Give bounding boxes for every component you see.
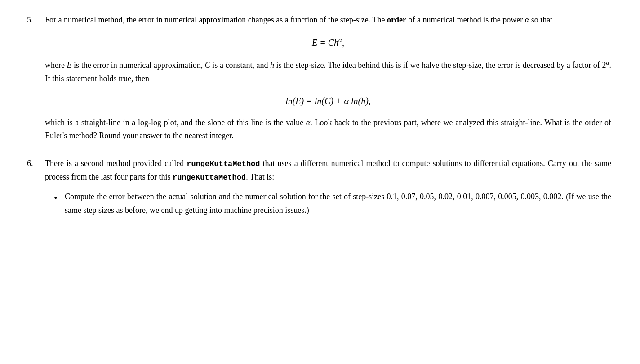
problem-5-number: 5. bbox=[27, 13, 45, 26]
eq1-text: E = Chα, bbox=[312, 38, 344, 48]
problem-5-para1: where E is the error in numerical approx… bbox=[45, 58, 611, 85]
p6-intro-3: . That is: bbox=[246, 172, 274, 181]
problem-5-intro-text: For a numerical method, the error in num… bbox=[45, 13, 611, 27]
equation-2: ln(E) = ln(C) + α ln(h), bbox=[45, 94, 611, 108]
bullet-text-1: Compute the error between the actual sol… bbox=[65, 190, 611, 217]
equation-1: E = Chα, bbox=[45, 35, 611, 50]
eq2-text: ln(E) = ln(C) + α ln(h), bbox=[285, 96, 371, 106]
E-var: E bbox=[67, 61, 72, 70]
bullet-dot-1: • bbox=[54, 190, 65, 205]
problem-6-intro-text: There is a second method provided called… bbox=[45, 157, 611, 184]
p6-intro-1: There is a second method provided called bbox=[45, 159, 187, 168]
runge-kutta-code-1: rungeKuttaMethod bbox=[187, 160, 260, 168]
runge-kutta-code-2: rungeKuttaMethod bbox=[173, 173, 246, 182]
bullet-list-6: • Compute the error between the actual s… bbox=[45, 190, 611, 217]
problem-6: 6. There is a second method provided cal… bbox=[27, 157, 611, 220]
page-content: 5. For a numerical method, the error in … bbox=[27, 13, 611, 221]
h-var: h bbox=[270, 61, 274, 70]
order-bold: order bbox=[387, 15, 406, 24]
intro-text-3: so that bbox=[529, 15, 552, 24]
alpha-sup: α bbox=[606, 59, 609, 66]
problem-6-body: There is a second method provided called… bbox=[45, 157, 611, 220]
bullet-item-1: • Compute the error between the actual s… bbox=[54, 190, 611, 217]
C-var: C bbox=[205, 61, 210, 70]
problem-5: 5. For a numerical method, the error in … bbox=[27, 13, 611, 143]
alpha-symbol-1: α bbox=[525, 15, 529, 24]
alpha-ref: α bbox=[306, 118, 310, 127]
problem-6-number: 6. bbox=[27, 157, 45, 170]
intro-text-2: of a numerical method is the power bbox=[406, 15, 525, 24]
intro-text-1: For a numerical method, the error in num… bbox=[45, 15, 387, 24]
problem-5-para2: which is a straight-line in a log-log pl… bbox=[45, 116, 611, 143]
problem-5-body: For a numerical method, the error in num… bbox=[45, 13, 611, 143]
